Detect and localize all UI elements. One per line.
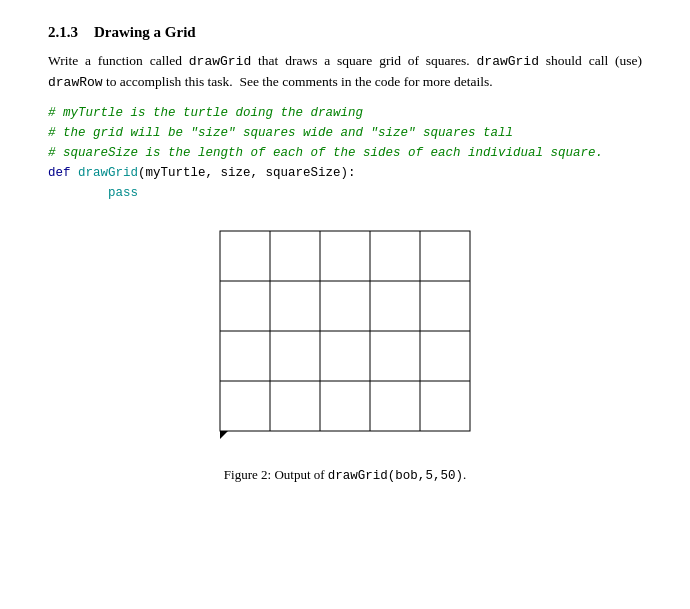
grid-svg bbox=[200, 221, 490, 451]
caption-code: drawGrid(bob,5,50) bbox=[328, 469, 463, 483]
code-pass-line: pass bbox=[48, 183, 642, 203]
caption-suffix: . bbox=[463, 467, 466, 482]
section-heading: 2.1.3 Drawing a Grid bbox=[48, 24, 642, 41]
inline-code-drawrow: drawRow bbox=[48, 75, 103, 90]
code-comment-1: # myTurtle is the turtle doing the drawi… bbox=[48, 103, 642, 123]
code-block: # myTurtle is the turtle doing the drawi… bbox=[48, 103, 642, 203]
code-comment-2: # the grid will be "size" squares wide a… bbox=[48, 123, 642, 143]
figure-container: Figure 2: Output of drawGrid(bob,5,50). bbox=[48, 221, 642, 483]
inline-code-drawgrid-2: drawGrid bbox=[477, 54, 539, 69]
code-def-line: def drawGrid(myTurtle, size, squareSize)… bbox=[48, 163, 642, 183]
grid-wrapper bbox=[200, 221, 490, 451]
svg-marker-8 bbox=[220, 431, 228, 439]
intro-paragraph: Write a function called drawGrid that dr… bbox=[48, 51, 642, 93]
inline-code-drawgrid-1: drawGrid bbox=[189, 54, 251, 69]
section-title: Drawing a Grid bbox=[94, 24, 196, 41]
caption-prefix: Figure 2: Output of bbox=[224, 467, 328, 482]
section-number: 2.1.3 bbox=[48, 24, 78, 41]
code-comment-3: # squareSize is the length of each of th… bbox=[48, 143, 642, 163]
figure-caption: Figure 2: Output of drawGrid(bob,5,50). bbox=[224, 467, 466, 483]
